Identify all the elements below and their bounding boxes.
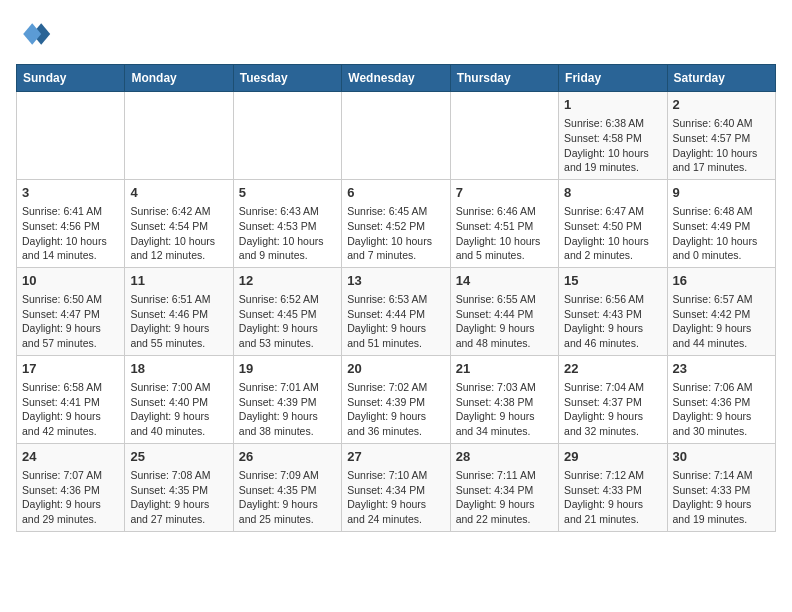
day-number: 12 <box>239 272 336 290</box>
calendar-cell: 6Sunrise: 6:45 AM Sunset: 4:52 PM Daylig… <box>342 179 450 267</box>
day-info: Sunrise: 7:00 AM Sunset: 4:40 PM Dayligh… <box>130 380 227 439</box>
day-info: Sunrise: 7:12 AM Sunset: 4:33 PM Dayligh… <box>564 468 661 527</box>
calendar-cell: 5Sunrise: 6:43 AM Sunset: 4:53 PM Daylig… <box>233 179 341 267</box>
calendar-cell: 23Sunrise: 7:06 AM Sunset: 4:36 PM Dayli… <box>667 355 775 443</box>
calendar-cell <box>342 92 450 180</box>
day-info: Sunrise: 7:04 AM Sunset: 4:37 PM Dayligh… <box>564 380 661 439</box>
logo <box>16 16 56 52</box>
calendar-cell: 2Sunrise: 6:40 AM Sunset: 4:57 PM Daylig… <box>667 92 775 180</box>
day-number: 20 <box>347 360 444 378</box>
calendar-cell: 9Sunrise: 6:48 AM Sunset: 4:49 PM Daylig… <box>667 179 775 267</box>
day-info: Sunrise: 6:43 AM Sunset: 4:53 PM Dayligh… <box>239 204 336 263</box>
calendar-cell: 13Sunrise: 6:53 AM Sunset: 4:44 PM Dayli… <box>342 267 450 355</box>
calendar-cell: 15Sunrise: 6:56 AM Sunset: 4:43 PM Dayli… <box>559 267 667 355</box>
calendar-cell: 26Sunrise: 7:09 AM Sunset: 4:35 PM Dayli… <box>233 443 341 531</box>
day-number: 4 <box>130 184 227 202</box>
calendar-cell: 18Sunrise: 7:00 AM Sunset: 4:40 PM Dayli… <box>125 355 233 443</box>
day-number: 7 <box>456 184 553 202</box>
day-info: Sunrise: 6:57 AM Sunset: 4:42 PM Dayligh… <box>673 292 770 351</box>
day-info: Sunrise: 6:51 AM Sunset: 4:46 PM Dayligh… <box>130 292 227 351</box>
day-number: 5 <box>239 184 336 202</box>
calendar-cell: 10Sunrise: 6:50 AM Sunset: 4:47 PM Dayli… <box>17 267 125 355</box>
day-number: 22 <box>564 360 661 378</box>
col-header-friday: Friday <box>559 65 667 92</box>
calendar-cell <box>450 92 558 180</box>
day-number: 3 <box>22 184 119 202</box>
calendar-table: SundayMondayTuesdayWednesdayThursdayFrid… <box>16 64 776 532</box>
logo-icon <box>16 16 52 52</box>
day-info: Sunrise: 7:11 AM Sunset: 4:34 PM Dayligh… <box>456 468 553 527</box>
calendar-cell: 11Sunrise: 6:51 AM Sunset: 4:46 PM Dayli… <box>125 267 233 355</box>
calendar-cell: 28Sunrise: 7:11 AM Sunset: 4:34 PM Dayli… <box>450 443 558 531</box>
calendar-cell: 14Sunrise: 6:55 AM Sunset: 4:44 PM Dayli… <box>450 267 558 355</box>
calendar-cell: 12Sunrise: 6:52 AM Sunset: 4:45 PM Dayli… <box>233 267 341 355</box>
calendar-cell: 20Sunrise: 7:02 AM Sunset: 4:39 PM Dayli… <box>342 355 450 443</box>
calendar-cell: 4Sunrise: 6:42 AM Sunset: 4:54 PM Daylig… <box>125 179 233 267</box>
day-number: 14 <box>456 272 553 290</box>
col-header-saturday: Saturday <box>667 65 775 92</box>
day-number: 16 <box>673 272 770 290</box>
col-header-monday: Monday <box>125 65 233 92</box>
day-info: Sunrise: 6:48 AM Sunset: 4:49 PM Dayligh… <box>673 204 770 263</box>
day-info: Sunrise: 6:58 AM Sunset: 4:41 PM Dayligh… <box>22 380 119 439</box>
calendar-cell: 25Sunrise: 7:08 AM Sunset: 4:35 PM Dayli… <box>125 443 233 531</box>
day-number: 30 <box>673 448 770 466</box>
day-info: Sunrise: 6:40 AM Sunset: 4:57 PM Dayligh… <box>673 116 770 175</box>
day-number: 23 <box>673 360 770 378</box>
day-info: Sunrise: 7:09 AM Sunset: 4:35 PM Dayligh… <box>239 468 336 527</box>
day-number: 28 <box>456 448 553 466</box>
day-info: Sunrise: 6:47 AM Sunset: 4:50 PM Dayligh… <box>564 204 661 263</box>
col-header-tuesday: Tuesday <box>233 65 341 92</box>
col-header-sunday: Sunday <box>17 65 125 92</box>
calendar-cell: 1Sunrise: 6:38 AM Sunset: 4:58 PM Daylig… <box>559 92 667 180</box>
day-number: 27 <box>347 448 444 466</box>
day-info: Sunrise: 6:50 AM Sunset: 4:47 PM Dayligh… <box>22 292 119 351</box>
calendar-cell: 30Sunrise: 7:14 AM Sunset: 4:33 PM Dayli… <box>667 443 775 531</box>
day-info: Sunrise: 6:38 AM Sunset: 4:58 PM Dayligh… <box>564 116 661 175</box>
day-number: 13 <box>347 272 444 290</box>
day-number: 2 <box>673 96 770 114</box>
calendar-cell: 22Sunrise: 7:04 AM Sunset: 4:37 PM Dayli… <box>559 355 667 443</box>
day-info: Sunrise: 7:06 AM Sunset: 4:36 PM Dayligh… <box>673 380 770 439</box>
calendar-cell <box>125 92 233 180</box>
day-info: Sunrise: 6:42 AM Sunset: 4:54 PM Dayligh… <box>130 204 227 263</box>
calendar-cell: 16Sunrise: 6:57 AM Sunset: 4:42 PM Dayli… <box>667 267 775 355</box>
calendar-cell: 21Sunrise: 7:03 AM Sunset: 4:38 PM Dayli… <box>450 355 558 443</box>
day-number: 1 <box>564 96 661 114</box>
day-info: Sunrise: 7:07 AM Sunset: 4:36 PM Dayligh… <box>22 468 119 527</box>
day-number: 10 <box>22 272 119 290</box>
day-info: Sunrise: 7:14 AM Sunset: 4:33 PM Dayligh… <box>673 468 770 527</box>
col-header-wednesday: Wednesday <box>342 65 450 92</box>
calendar-cell: 3Sunrise: 6:41 AM Sunset: 4:56 PM Daylig… <box>17 179 125 267</box>
page-header <box>16 16 776 52</box>
calendar-cell: 17Sunrise: 6:58 AM Sunset: 4:41 PM Dayli… <box>17 355 125 443</box>
day-number: 17 <box>22 360 119 378</box>
day-number: 18 <box>130 360 227 378</box>
day-info: Sunrise: 6:46 AM Sunset: 4:51 PM Dayligh… <box>456 204 553 263</box>
day-number: 11 <box>130 272 227 290</box>
day-info: Sunrise: 7:01 AM Sunset: 4:39 PM Dayligh… <box>239 380 336 439</box>
calendar-cell <box>233 92 341 180</box>
day-number: 24 <box>22 448 119 466</box>
day-number: 21 <box>456 360 553 378</box>
day-number: 15 <box>564 272 661 290</box>
day-info: Sunrise: 6:52 AM Sunset: 4:45 PM Dayligh… <box>239 292 336 351</box>
calendar-cell: 7Sunrise: 6:46 AM Sunset: 4:51 PM Daylig… <box>450 179 558 267</box>
col-header-thursday: Thursday <box>450 65 558 92</box>
day-info: Sunrise: 7:08 AM Sunset: 4:35 PM Dayligh… <box>130 468 227 527</box>
day-number: 25 <box>130 448 227 466</box>
day-info: Sunrise: 6:45 AM Sunset: 4:52 PM Dayligh… <box>347 204 444 263</box>
calendar-cell: 24Sunrise: 7:07 AM Sunset: 4:36 PM Dayli… <box>17 443 125 531</box>
day-number: 8 <box>564 184 661 202</box>
day-number: 9 <box>673 184 770 202</box>
calendar-cell <box>17 92 125 180</box>
day-number: 29 <box>564 448 661 466</box>
day-info: Sunrise: 7:03 AM Sunset: 4:38 PM Dayligh… <box>456 380 553 439</box>
day-info: Sunrise: 6:53 AM Sunset: 4:44 PM Dayligh… <box>347 292 444 351</box>
day-info: Sunrise: 6:56 AM Sunset: 4:43 PM Dayligh… <box>564 292 661 351</box>
day-info: Sunrise: 7:10 AM Sunset: 4:34 PM Dayligh… <box>347 468 444 527</box>
calendar-cell: 19Sunrise: 7:01 AM Sunset: 4:39 PM Dayli… <box>233 355 341 443</box>
day-info: Sunrise: 6:41 AM Sunset: 4:56 PM Dayligh… <box>22 204 119 263</box>
calendar-cell: 29Sunrise: 7:12 AM Sunset: 4:33 PM Dayli… <box>559 443 667 531</box>
day-number: 6 <box>347 184 444 202</box>
